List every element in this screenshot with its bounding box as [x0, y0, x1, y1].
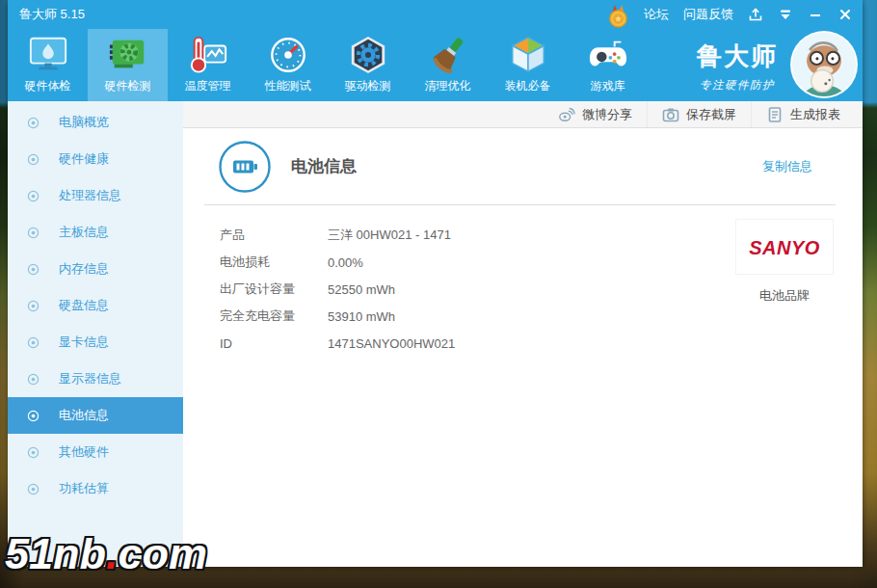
close-button[interactable] — [837, 7, 853, 22]
sidebar-item-label: 其他硬件 — [59, 443, 109, 461]
field-row-battery-id: ID 1471SANYO00HW021 — [220, 330, 863, 357]
battery-brand-box: SANYO 电池品牌 — [735, 219, 834, 305]
field-value: 52550 mWh — [328, 282, 395, 297]
tab-label: 驱动检测 — [345, 78, 391, 94]
sidebar-item-label: 主板信息 — [59, 224, 109, 241]
sidebar-item-other-hardware[interactable]: 其他硬件 — [8, 434, 183, 470]
radio-icon — [27, 300, 40, 312]
tab-benchmark[interactable]: 性能测试 — [248, 29, 328, 101]
field-label: 产品 — [220, 227, 328, 244]
sidebar-item-label: 内存信息 — [59, 260, 109, 278]
menu-dropdown-icon[interactable] — [778, 7, 793, 22]
sidebar-item-hardware-health[interactable]: 硬件健康 — [8, 141, 183, 177]
sidebar-item-cpu-info[interactable]: 处理器信息 — [8, 177, 183, 214]
generate-report-button[interactable]: 生成报表 — [751, 101, 855, 127]
sidebar-item-power-estimate[interactable]: 功耗估算 — [8, 470, 183, 507]
sidebar-item-label: 显示器信息 — [59, 370, 121, 388]
sidebar-item-label: 硬件健康 — [59, 150, 109, 168]
sidebar-item-label: 处理器信息 — [59, 187, 121, 204]
radio-icon — [27, 190, 40, 202]
sidebar-item-memory-info[interactable]: 内存信息 — [8, 251, 183, 287]
tab-label: 游戏库 — [591, 78, 625, 94]
tab-hardware-detect[interactable]: 硬件检测 — [88, 29, 168, 101]
radio-icon — [27, 410, 40, 422]
watermark-51nb: 51nb.com — [5, 529, 207, 579]
window-title: 鲁大师 5.15 — [19, 6, 85, 23]
tab-label: 装机必备 — [505, 78, 551, 94]
battery-info-panel: 电池信息 复制信息 产品 三洋 00HW021 - 1471 电池损耗 0.00… — [183, 128, 863, 567]
page-title: 电池信息 — [291, 155, 357, 177]
content-header: 电池信息 复制信息 — [183, 128, 863, 204]
sidebar-item-label: 功耗估算 — [59, 480, 109, 497]
watermark-dot: . — [106, 529, 119, 578]
tab-game-library[interactable]: 游戏库 — [568, 29, 648, 101]
divider — [204, 204, 836, 205]
thermometer-chart-icon — [187, 35, 229, 75]
radio-icon — [27, 373, 40, 386]
mascot-avatar[interactable] — [790, 31, 858, 98]
radio-icon — [27, 446, 40, 459]
weibo-icon — [558, 106, 575, 123]
tab-essential-software[interactable]: 装机必备 — [488, 29, 568, 101]
field-value: 三洋 00HW021 - 1471 — [328, 227, 451, 244]
brush-icon — [427, 35, 469, 75]
sidebar-item-battery-info[interactable]: 电池信息 — [8, 397, 183, 434]
field-value: 53910 mWh — [328, 309, 395, 324]
field-value: 0.00% — [328, 255, 363, 270]
desktop-wallpaper: 鲁大师 5.15 论坛 问题反馈 — [0, 0, 877, 588]
save-screenshot-label: 保存截屏 — [686, 106, 736, 123]
gamepad-icon — [587, 35, 629, 75]
gpu-fan-icon — [107, 35, 149, 75]
battery-brand-caption: 电池品牌 — [735, 287, 834, 305]
watermark-text: com — [119, 529, 208, 578]
field-label: ID — [220, 336, 328, 351]
radio-icon — [27, 117, 40, 129]
radio-icon — [27, 153, 40, 166]
brand-slogan: 专注硬件防护 — [697, 78, 778, 93]
brand-name: 鲁大师 — [697, 40, 778, 73]
sidebar-item-motherboard-info[interactable]: 主板信息 — [8, 214, 183, 251]
sidebar-item-display-info[interactable]: 显示器信息 — [8, 361, 183, 397]
sub-toolbar: 微博分享 保存截屏 生成报表 — [183, 101, 863, 128]
copy-info-link[interactable]: 复制信息 — [762, 158, 812, 175]
forum-link[interactable]: 论坛 — [644, 6, 669, 23]
sidebar-item-label: 硬盘信息 — [59, 297, 109, 314]
field-label: 电池损耗 — [220, 254, 328, 271]
gauge-icon — [267, 35, 309, 75]
radio-icon — [27, 263, 40, 276]
radio-icon — [27, 227, 40, 239]
sanyo-logo: SANYO — [735, 219, 834, 275]
mascot-face-icon — [792, 33, 856, 96]
tab-label: 温度管理 — [185, 78, 231, 94]
weibo-share-label: 微博分享 — [582, 106, 632, 123]
sidebar-item-computer-overview[interactable]: 电脑概览 — [8, 104, 183, 141]
field-label: 完全充电容量 — [220, 307, 328, 325]
share-upload-icon[interactable] — [748, 7, 763, 22]
gear-hexagon-icon — [347, 35, 389, 75]
tab-cleanup[interactable]: 清理优化 — [408, 29, 488, 101]
sidebar-item-gpu-info[interactable]: 显卡信息 — [8, 324, 183, 361]
brand-block: 鲁大师 专注硬件防护 — [697, 40, 778, 93]
tab-temperature[interactable]: 温度管理 — [168, 29, 248, 101]
medal-icon[interactable] — [607, 5, 629, 29]
main-nav: 硬件体检 硬件检测 — [8, 29, 863, 101]
app-window: 鲁大师 5.15 论坛 问题反馈 — [8, 0, 863, 567]
radio-icon — [27, 336, 40, 349]
sidebar-item-label: 显卡信息 — [59, 334, 109, 351]
sidebar-item-label: 电池信息 — [59, 407, 109, 424]
tab-hardware-checkup[interactable]: 硬件体检 — [8, 29, 88, 101]
generate-report-label: 生成报表 — [790, 106, 840, 123]
sidebar: 电脑概览 硬件健康 处理器信息 主板信息 内存信息 硬盘信息 — [8, 101, 183, 567]
tab-driver-detect[interactable]: 驱动检测 — [328, 29, 408, 101]
feedback-link[interactable]: 问题反馈 — [683, 6, 733, 23]
radio-icon — [27, 483, 40, 495]
field-row-full-charge-capacity: 完全充电容量 53910 mWh — [220, 303, 863, 330]
weibo-share-button[interactable]: 微博分享 — [544, 101, 647, 127]
tab-label: 硬件检测 — [105, 78, 151, 94]
monitor-drop-icon — [27, 35, 69, 75]
save-screenshot-button[interactable]: 保存截屏 — [647, 101, 751, 127]
battery-icon — [218, 140, 272, 194]
sidebar-item-disk-info[interactable]: 硬盘信息 — [8, 287, 183, 324]
cube-icon — [507, 35, 549, 75]
minimize-button[interactable] — [808, 7, 823, 22]
